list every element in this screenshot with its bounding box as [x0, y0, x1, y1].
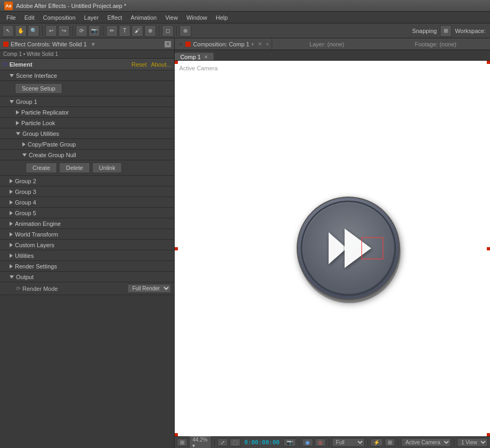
group4-toggle[interactable] — [10, 200, 13, 205]
pen-tool-btn[interactable]: ✏ — [106, 25, 118, 37]
text-tool-btn[interactable]: T — [119, 25, 130, 37]
hand-tool-btn[interactable]: ✋ — [15, 25, 27, 37]
group2-toggle[interactable] — [10, 179, 13, 183]
menu-animation[interactable]: Animation — [126, 13, 161, 22]
particle-replicator-toggle[interactable] — [16, 110, 19, 115]
rotation-tool-btn[interactable]: ⟳ — [76, 25, 87, 37]
render-mode-label: Render Mode — [22, 286, 127, 292]
effect-reset-btn[interactable]: Reset — [132, 61, 147, 68]
menu-composition[interactable]: Composition — [39, 13, 80, 22]
vt-grid2-btn[interactable]: ⊞ — [385, 438, 395, 446]
snapping-btn[interactable]: ⊞ — [440, 25, 452, 37]
fx-icon: fx — [3, 61, 7, 67]
comp-tab-strip: Comp 1 ✕ — [175, 50, 490, 61]
scene-interface-toggle[interactable] — [10, 74, 14, 77]
render-settings-toggle[interactable] — [10, 264, 13, 268]
group5-toggle[interactable] — [10, 211, 13, 215]
create-group-null-toggle[interactable] — [22, 153, 27, 157]
group5-label: Group 5 — [15, 210, 36, 216]
camera-tool-btn[interactable]: 📷 — [88, 25, 100, 37]
utilities-toggle[interactable] — [10, 254, 13, 258]
vt-fit-btn[interactable]: ⤢ — [217, 438, 228, 446]
comp-tab-close[interactable]: ✕ — [204, 54, 208, 60]
menu-help[interactable]: Help — [211, 13, 232, 22]
vt-channels-btn[interactable]: ◎ — [315, 438, 326, 446]
world-transform-row: World Transform — [0, 229, 174, 240]
panel-menu-btn[interactable]: ▼ — [89, 40, 97, 48]
vt-color-btn[interactable]: ◉ — [302, 438, 313, 446]
app-icon: Ae — [4, 2, 13, 10]
clone-tool-btn[interactable]: ⊕ — [144, 25, 156, 37]
panel-record-btn[interactable] — [3, 42, 9, 47]
group1-toggle[interactable] — [10, 100, 14, 103]
menu-effect[interactable]: Effect — [103, 13, 126, 22]
scene-interface-row: Scene Interface — [0, 70, 174, 81]
redo-btn[interactable]: ↪ — [58, 25, 70, 37]
menu-edit[interactable]: Edit — [20, 13, 39, 22]
comp-menu-btn[interactable]: ≡ — [266, 42, 268, 47]
menu-window[interactable]: Window — [182, 13, 211, 22]
custom-layers-toggle[interactable] — [10, 243, 13, 247]
viewer-toolbar: ⊞ 44.2% ▾ ⤢ ⬚ 0:00:00:00 📷 ◉ ◎ FullHalfT… — [175, 436, 490, 448]
menu-file[interactable]: File — [2, 13, 20, 22]
group5-row: Group 5 — [0, 208, 174, 218]
render-mode-dropdown[interactable]: Full Render — [127, 284, 171, 293]
comp-close-btn[interactable]: ✕ — [256, 40, 264, 48]
output-label: Output — [16, 274, 34, 280]
vt-grid-btn[interactable]: ⊞ — [177, 438, 187, 446]
element-effect-row: fx Element Reset About... — [0, 59, 174, 70]
copy-paste-row: Copy/Paste Group — [0, 139, 174, 150]
effect-controls-tab[interactable]: Effect Controls: White Solid 1 — [11, 41, 87, 47]
vt-zoom-btn[interactable]: 44.2% ▾ — [189, 436, 211, 449]
comp-viewer: Active Camera — [175, 61, 490, 436]
scene-setup-row: Scene Setup — [0, 81, 174, 96]
create-group-null-label: Create Group Null — [29, 152, 76, 158]
delete-btn[interactable]: Delete — [59, 162, 90, 173]
vt-camera-btn[interactable]: 📷 — [283, 438, 296, 446]
toolbar: ↖ ✋ 🔍 ↩ ↪ ⟳ 📷 ✏ T 🖌 ⊕ ◻ ⊛ Snapping ⊞ Wor… — [0, 23, 490, 38]
comp-expand-icon[interactable]: ▾ — [251, 42, 254, 47]
corner-marker-tl — [175, 61, 178, 64]
animation-engine-toggle[interactable] — [10, 222, 13, 226]
unlink-btn[interactable]: Unlink — [92, 162, 123, 173]
comp-lock-icon — [178, 42, 183, 47]
shape-tool-btn[interactable]: ◻ — [162, 25, 174, 37]
puppet-tool-btn[interactable]: ⊛ — [179, 25, 191, 37]
menu-bar: File Edit Composition Layer Effect Anima… — [0, 12, 490, 23]
world-transform-toggle[interactable] — [10, 232, 13, 237]
corner-marker-br — [487, 433, 490, 436]
copy-paste-toggle[interactable] — [22, 142, 26, 146]
vt-view-dropdown[interactable]: 1 View — [457, 438, 488, 447]
group1-row: Group 1 — [0, 96, 174, 107]
comp-header: Composition: Comp 1 ▾ ✕ ≡ Layer: (none) … — [175, 38, 490, 50]
output-row: Output — [0, 272, 174, 282]
particle-look-toggle[interactable] — [16, 121, 19, 125]
group-utilities-toggle[interactable] — [16, 132, 20, 135]
vt-quality-dropdown[interactable]: FullHalfThirdQuarter — [332, 438, 365, 447]
vt-timecode: 0:00:00:00 — [242, 439, 282, 446]
menu-view[interactable]: View — [161, 13, 182, 22]
menu-layer[interactable]: Layer — [80, 13, 103, 22]
paint-tool-btn[interactable]: 🖌 — [132, 25, 143, 37]
vt-sep3 — [329, 439, 329, 446]
vt-sep5 — [398, 439, 398, 446]
output-toggle[interactable] — [10, 275, 14, 279]
vt-fast-preview-btn[interactable]: ⚡ — [370, 438, 383, 446]
group-utilities-row: Group Utilities — [0, 128, 174, 139]
group3-toggle[interactable] — [10, 190, 13, 194]
corner-marker-tr — [487, 61, 490, 64]
create-btn[interactable]: Create — [26, 162, 57, 173]
scene-setup-btn[interactable]: Scene Setup — [15, 83, 62, 94]
layer-label: Layer: (none) — [309, 41, 344, 47]
select-tool-btn[interactable]: ↖ — [2, 25, 14, 37]
panel-close-btn[interactable]: ✕ — [165, 41, 171, 47]
vt-camera-view-dropdown[interactable]: Active Camera — [401, 438, 451, 447]
left-panel: Effect Controls: White Solid 1 ▼ ✕ Comp … — [0, 38, 175, 448]
cdu-btn-row: Create Delete Unlink — [0, 160, 174, 176]
zoom-tool-btn[interactable]: 🔍 — [28, 25, 39, 37]
vt-pixel-btn[interactable]: ⬚ — [230, 438, 241, 446]
utilities-row: Utilities — [0, 250, 174, 261]
comp-tab[interactable]: Comp 1 ✕ — [175, 53, 214, 60]
effect-about-btn[interactable]: About... — [151, 61, 171, 68]
undo-btn[interactable]: ↩ — [45, 25, 57, 37]
